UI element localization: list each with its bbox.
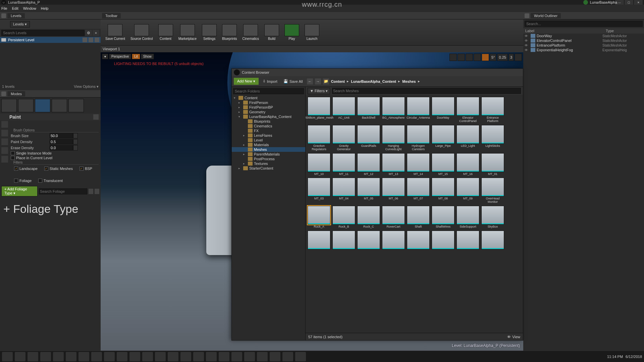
eye-icon[interactable]: 👁 — [525, 39, 529, 43]
eye-icon[interactable]: 👁 — [525, 44, 529, 47]
view-button[interactable]: View — [512, 335, 520, 339]
brush-size-input[interactable] — [50, 133, 73, 138]
asset-item[interactable]: MT_09 — [457, 178, 479, 204]
view-options[interactable]: View Options ▾ — [74, 84, 99, 89]
asset-item[interactable]: MT_01 — [481, 153, 504, 176]
show-button[interactable]: Show — [141, 54, 154, 59]
asset-item[interactable]: DoorWay — [432, 97, 454, 123]
tab-toolbar[interactable]: Toolbar — [102, 13, 121, 18]
asset-item[interactable] — [432, 231, 454, 250]
forward-button[interactable]: → — [315, 78, 321, 84]
levels-add-icon[interactable] — [32, 21, 38, 27]
blueprints-button[interactable]: Blueprints — [220, 23, 239, 42]
spinner-icon[interactable] — [73, 133, 78, 138]
steam-icon[interactable] — [270, 352, 280, 361]
asset-item[interactable]: MT_05 — [357, 178, 380, 204]
tab-modes[interactable]: Modes — [7, 91, 25, 97]
start-button[interactable] — [2, 352, 13, 361]
asset-item[interactable]: MT_04 — [332, 178, 355, 204]
content-button[interactable]: Content — [156, 23, 175, 42]
translucent-checkbox[interactable] — [38, 179, 42, 183]
asset-item[interactable]: LED_Light — [457, 125, 479, 151]
play-button[interactable]: Play — [282, 23, 301, 42]
save-all-button[interactable]: 💾 Save All — [281, 78, 305, 85]
transform-tool-icon[interactable] — [449, 54, 457, 61]
menu-help[interactable]: Help — [41, 6, 49, 10]
settings-button[interactable]: Settings — [200, 23, 219, 42]
mode-foliage-icon[interactable] — [52, 99, 67, 112]
outliner-row[interactable]: 👁ExponentialHeightFogExponentialHeig — [523, 48, 644, 52]
outliner-row[interactable]: 👁DoorWayStaticMeshActor — [523, 34, 644, 38]
taskview-icon[interactable] — [28, 352, 38, 361]
save-icon[interactable] — [95, 38, 99, 42]
cortana-icon[interactable] — [15, 352, 25, 361]
spinner-icon[interactable] — [73, 139, 78, 144]
tree-item-geometry[interactable]: ▸Geometry — [232, 110, 305, 114]
grid-value[interactable]: 3 — [508, 54, 514, 61]
menu-file[interactable]: File — [1, 6, 7, 10]
staticmesh-checkbox[interactable] — [44, 167, 48, 171]
landscape-checkbox[interactable] — [14, 167, 18, 171]
asset-item[interactable]: OverHead Monitor — [481, 178, 504, 204]
add-foliage-type-button[interactable]: + Add Foliage Type ▾ — [1, 186, 38, 196]
snap-tool-icon[interactable] — [466, 54, 473, 61]
asset-item[interactable]: Entrance Platform — [481, 97, 504, 123]
tab-levels[interactable]: Levels — [7, 13, 25, 18]
tab-world-outliner[interactable]: World Outliner — [531, 13, 561, 18]
source-control-button[interactable]: Source Control — [128, 23, 155, 42]
levels-dropdown[interactable]: Levels ▾ — [10, 21, 30, 27]
build-button[interactable]: Build — [262, 23, 281, 42]
search-levels-input[interactable] — [1, 30, 85, 36]
lit-button[interactable]: Lit — [132, 54, 140, 59]
grid-tool-icon[interactable] — [474, 54, 481, 61]
app8-icon[interactable] — [219, 352, 229, 361]
asset-item[interactable]: MT_16 — [457, 153, 479, 176]
eye-icon[interactable]: 👁 — [525, 34, 529, 38]
bsp-checkbox[interactable] — [79, 167, 84, 171]
asset-item[interactable]: MT_07 — [407, 178, 430, 204]
3dsmax2-icon[interactable] — [104, 352, 115, 361]
tab-viewport[interactable]: Viewport 1 — [103, 47, 120, 51]
tool-erase-icon[interactable] — [1, 156, 8, 163]
tree-item-lensflares[interactable]: ▸LensFlares — [232, 133, 305, 138]
asset-item[interactable]: SideSupport — [457, 206, 479, 229]
app-icon[interactable] — [78, 352, 89, 361]
foliage-drop-target[interactable]: + Foliage Type — [0, 197, 101, 221]
eye-icon[interactable] — [83, 38, 87, 42]
maximize-button[interactable]: ▢ — [625, 0, 633, 5]
tool-lasso-icon[interactable] — [1, 138, 8, 145]
asset-item[interactable]: MT_03 — [308, 178, 330, 204]
scale-value[interactable]: 0.25 — [497, 54, 507, 61]
asset-item[interactable]: ShaftWires — [432, 206, 454, 229]
level-item-persistent[interactable]: Persistent Level — [0, 37, 101, 43]
paint-density-input[interactable] — [50, 139, 73, 144]
add-new-button[interactable]: Add New ▾ — [234, 78, 259, 85]
asset-item[interactable]: MT_10 — [308, 153, 330, 176]
app10-icon[interactable] — [257, 352, 268, 361]
filters-button[interactable]: ▼ Filters ▾ — [308, 88, 330, 94]
mode-geometry-icon[interactable] — [68, 99, 84, 112]
import-button[interactable]: ⇩ Import — [261, 78, 279, 85]
asset-item[interactable]: 2048cm_plane_mesh — [308, 97, 330, 123]
save-current-button[interactable]: Save Current — [103, 23, 127, 42]
search-foliage-input[interactable] — [39, 188, 87, 194]
asset-item[interactable] — [332, 231, 355, 250]
unreal-icon[interactable] — [295, 352, 306, 361]
tray-time[interactable]: 11:14 PM — [607, 355, 623, 359]
asset-item[interactable] — [407, 231, 430, 250]
close-button[interactable]: ✕ — [634, 0, 643, 5]
tree-item-parentmaterials[interactable]: ▸ParentMaterials — [232, 152, 305, 157]
explorer-icon[interactable] — [53, 352, 64, 361]
photoshop-icon[interactable] — [117, 352, 127, 361]
asset-item[interactable]: Graviton Regulators — [308, 125, 330, 151]
spotify-icon[interactable] — [231, 352, 242, 361]
asset-item[interactable] — [382, 231, 405, 250]
lock-icon[interactable] — [89, 38, 93, 42]
asset-item[interactable]: Shaft — [407, 206, 430, 229]
tree-item-lunarbasealpha_content[interactable]: ▾LunarBaseAlpha_Content — [232, 114, 305, 119]
asset-item[interactable]: MT_13 — [382, 153, 405, 176]
paint-settings-icon[interactable] — [93, 114, 99, 120]
angle-value[interactable]: 5° — [490, 54, 497, 61]
erase-density-input[interactable] — [50, 145, 73, 150]
app3-icon[interactable] — [155, 352, 166, 361]
